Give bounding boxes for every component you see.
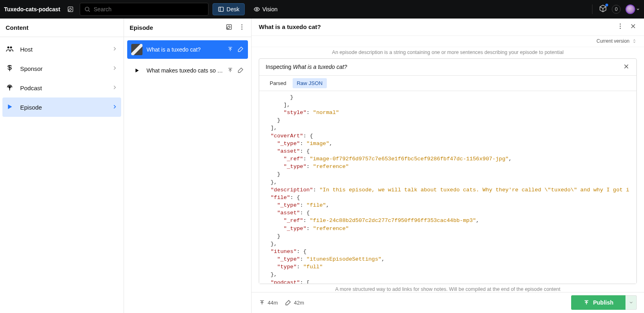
svg-point-10 — [242, 29, 243, 30]
schema-list: Host Sponsor Podcast Episode — [0, 37, 124, 119]
svg-point-9 — [242, 27, 243, 28]
edit-icon[interactable] — [237, 46, 244, 54]
podcast-icon — [6, 83, 14, 93]
publish-up-icon — [583, 299, 590, 306]
divider — [592, 4, 592, 14]
user-menu[interactable] — [625, 4, 640, 14]
schema-item-label: Episode — [20, 104, 42, 111]
publish-caret[interactable] — [625, 295, 637, 310]
schema-item-host[interactable]: Host — [0, 39, 124, 59]
svg-point-4 — [7, 46, 9, 48]
nav-desk-label: Desk — [227, 6, 239, 12]
schema-item-episode[interactable]: Episode — [2, 97, 121, 117]
edit-icon[interactable] — [237, 67, 244, 75]
topbar: Tuxedo-cats-podcast Desk Vision 0 — [0, 0, 644, 19]
episode-list-header: Episode — [124, 19, 251, 37]
json-viewport[interactable]: } ], "style": "normal" } ], "coverArt": … — [259, 91, 636, 284]
document-header: What is a tuxedo cat? — [252, 19, 644, 36]
publish-up-icon[interactable] — [227, 46, 233, 54]
episode-list-title: Episode — [130, 24, 153, 31]
chevron-down-icon — [629, 300, 634, 305]
published-ago: 44m — [259, 299, 278, 306]
publish-button-group: Publish — [571, 295, 637, 310]
search-input[interactable] — [94, 6, 204, 12]
published-ago-value: 44m — [268, 300, 278, 306]
edit-icon — [285, 299, 291, 306]
schema-item-label: Podcast — [20, 85, 42, 91]
inspect-prefix: Inspecting — [266, 64, 291, 70]
search-input-wrap[interactable] — [80, 3, 208, 16]
svg-rect-2 — [219, 7, 223, 12]
schema-item-podcast[interactable]: Podcast — [0, 78, 124, 97]
publish-up-icon[interactable] — [227, 67, 233, 75]
close-icon[interactable] — [623, 63, 630, 71]
chevron-right-icon — [111, 46, 118, 53]
publish-button[interactable]: Publish — [571, 295, 625, 310]
nav-vision[interactable]: Vision — [249, 4, 283, 15]
close-icon[interactable] — [630, 23, 637, 31]
kebab-icon[interactable] — [617, 23, 624, 31]
panels-icon — [218, 6, 224, 12]
chevron-right-icon — [111, 84, 118, 92]
schema-item-sponsor[interactable]: Sponsor — [0, 59, 124, 78]
edited-ago: 42m — [285, 299, 304, 306]
episode-item[interactable]: What makes tuxedo cats so c… — [127, 61, 248, 80]
episode-item-label: What makes tuxedo cats so c… — [147, 67, 223, 74]
document-panel: What is a tuxedo cat? Current version An… — [252, 19, 644, 313]
nav-desk[interactable]: Desk — [213, 3, 245, 15]
edited-ago-value: 42m — [294, 300, 304, 306]
inspect-header: Inspecting What is a tuxedo cat? — [259, 59, 636, 76]
field-hint-top: An episode description is a string conta… — [252, 47, 644, 56]
episode-list-panel: Episode What is a tuxedo cat? What makes… — [124, 19, 252, 313]
inspect-target: What is a tuxedo cat? — [293, 64, 347, 70]
svg-point-3 — [256, 8, 258, 10]
version-bar[interactable]: Current version — [252, 36, 644, 47]
schema-item-label: Host — [20, 46, 33, 53]
edit-title-icon[interactable] — [67, 6, 74, 13]
inspect-tabs: Parsed Raw JSON — [259, 76, 636, 91]
document-title: What is a tuxedo cat? — [259, 23, 321, 30]
svg-point-5 — [10, 46, 12, 48]
play-icon — [6, 103, 14, 112]
chevron-right-icon — [111, 104, 118, 111]
version-label: Current version — [597, 38, 630, 44]
schema-item-label: Sponsor — [20, 65, 43, 72]
svg-point-13 — [620, 28, 621, 29]
topbar-right: 0 — [590, 4, 640, 14]
svg-point-8 — [242, 24, 243, 25]
chevron-down-icon — [636, 7, 640, 11]
main: Content Host Sponsor Podcast Episode — [0, 19, 644, 313]
compose-icon[interactable] — [225, 23, 233, 32]
json-content: } ], "style": "normal" } ], "coverArt": … — [259, 91, 636, 284]
kebab-icon[interactable] — [238, 23, 246, 32]
episode-thumbnail — [131, 44, 142, 55]
svg-point-12 — [620, 26, 621, 27]
search-icon — [84, 6, 91, 12]
tab-raw-json[interactable]: Raw JSON — [293, 78, 326, 88]
chevron-right-icon — [111, 65, 118, 73]
episode-item[interactable]: What is a tuxedo cat? — [127, 40, 248, 59]
publish-label: Publish — [593, 299, 613, 306]
field-hint-bottom: A more structured way to add links for s… — [252, 284, 644, 292]
eye-icon — [254, 6, 260, 12]
document-footer: 44m 42m Publish — [252, 292, 644, 313]
users-icon — [6, 45, 14, 54]
tab-parsed[interactable]: Parsed — [266, 78, 290, 88]
episode-thumbnail — [131, 65, 142, 76]
dollar-icon — [6, 64, 14, 73]
nav-vision-label: Vision — [262, 6, 278, 12]
svg-point-6 — [9, 87, 10, 88]
svg-point-1 — [85, 7, 89, 11]
notification-count[interactable]: 0 — [612, 5, 621, 14]
inspect-popover: Inspecting What is a tuxedo cat? Parsed … — [259, 58, 637, 284]
publish-up-icon — [259, 299, 265, 306]
package-icon[interactable] — [599, 4, 607, 14]
content-panel-title: Content — [6, 24, 29, 31]
sort-icon — [632, 39, 637, 44]
content-panel: Content Host Sponsor Podcast Episode — [0, 19, 124, 313]
episode-item-label: What is a tuxedo cat? — [147, 46, 223, 53]
episode-list: What is a tuxedo cat? What makes tuxedo … — [124, 37, 251, 83]
avatar — [625, 4, 635, 14]
content-panel-header: Content — [0, 19, 124, 37]
svg-point-11 — [620, 24, 621, 25]
